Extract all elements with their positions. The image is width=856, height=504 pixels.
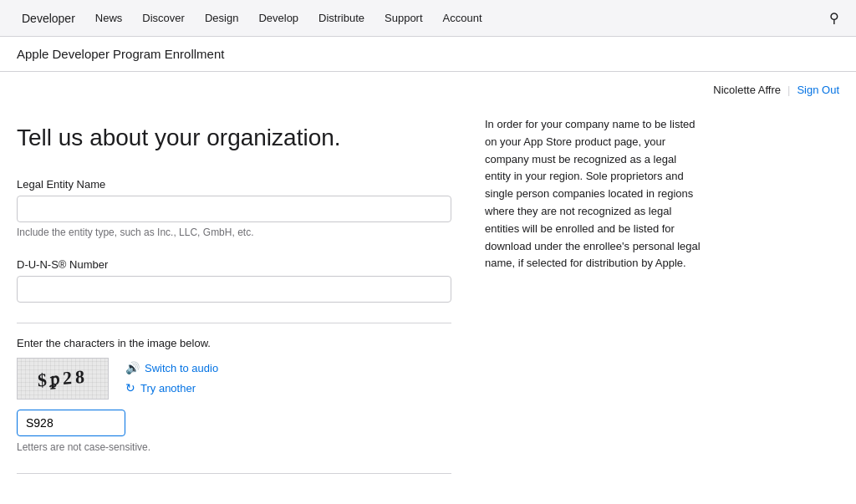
nav-link-distribute[interactable]: Distribute: [318, 12, 364, 24]
left-panel: Tell us about your organization. Legal E…: [17, 108, 451, 487]
refresh-icon: ↻: [125, 381, 135, 395]
switch-to-audio-label: Switch to audio: [145, 362, 218, 374]
user-separator: |: [787, 84, 790, 96]
info-text: In order for your company name to be lis…: [485, 116, 702, 272]
right-panel: In order for your company name to be lis…: [451, 108, 702, 487]
top-nav: Developer News Discover Design Develop D…: [0, 0, 856, 37]
nav-link-account[interactable]: Account: [443, 12, 482, 24]
try-another-button[interactable]: ↻ Try another: [125, 381, 218, 395]
sign-out-link[interactable]: Sign Out: [797, 84, 839, 96]
search-icon[interactable]: ⚲: [829, 10, 839, 26]
audio-icon: 🔊: [125, 361, 140, 374]
try-another-label: Try another: [140, 382, 196, 395]
user-name: Nicolette Affre: [713, 84, 781, 96]
captcha-section: Enter the characters in the image below.…: [17, 337, 451, 453]
divider-2: [17, 473, 451, 474]
breadcrumb: Apple Developer Program Enrollment: [0, 37, 856, 72]
duns-input[interactable]: [17, 276, 451, 303]
nav-link-discover[interactable]: Discover: [142, 12, 185, 24]
captcha-display-text: $ᵱ28: [38, 365, 89, 391]
user-bar: Nicolette Affre | Sign Out: [0, 72, 856, 108]
switch-to-audio-button[interactable]: 🔊 Switch to audio: [125, 361, 218, 374]
legal-entity-label: Legal Entity Name: [17, 178, 451, 191]
nav-link-develop[interactable]: Develop: [258, 12, 298, 24]
divider-1: [17, 323, 451, 323]
duns-label: D-U-N-S® Number: [17, 258, 451, 271]
captcha-actions: 🔊 Switch to audio ↻ Try another: [125, 358, 218, 395]
captcha-input-row: [17, 410, 451, 436]
captcha-row: $ᵱ28 🔊 Switch to audio ↻ Try another: [17, 358, 451, 400]
logo[interactable]: Developer: [17, 12, 75, 25]
legal-entity-group: Legal Entity Name Include the entity typ…: [17, 178, 451, 238]
duns-group: D-U-N-S® Number: [17, 258, 451, 303]
captcha-label: Enter the characters in the image below.: [17, 337, 451, 349]
captcha-input[interactable]: [17, 410, 125, 436]
nav-link-news[interactable]: News: [95, 12, 123, 24]
captcha-image: $ᵱ28: [17, 358, 109, 400]
nav-link-support[interactable]: Support: [385, 12, 423, 24]
breadcrumb-text: Apple Developer Program Enrollment: [17, 47, 224, 61]
logo-text: Developer: [22, 12, 75, 25]
captcha-hint: Letters are not case-sensitive.: [17, 441, 451, 453]
page-heading: Tell us about your organization.: [17, 108, 451, 151]
nav-link-design[interactable]: Design: [205, 12, 238, 24]
nav-right: ⚲: [829, 10, 839, 26]
legal-entity-input[interactable]: [17, 196, 451, 222]
nav-links: News Discover Design Develop Distribute …: [95, 12, 829, 24]
legal-entity-hint: Include the entity type, such as Inc., L…: [17, 227, 451, 238]
main-content: Tell us about your organization. Legal E…: [0, 108, 719, 504]
